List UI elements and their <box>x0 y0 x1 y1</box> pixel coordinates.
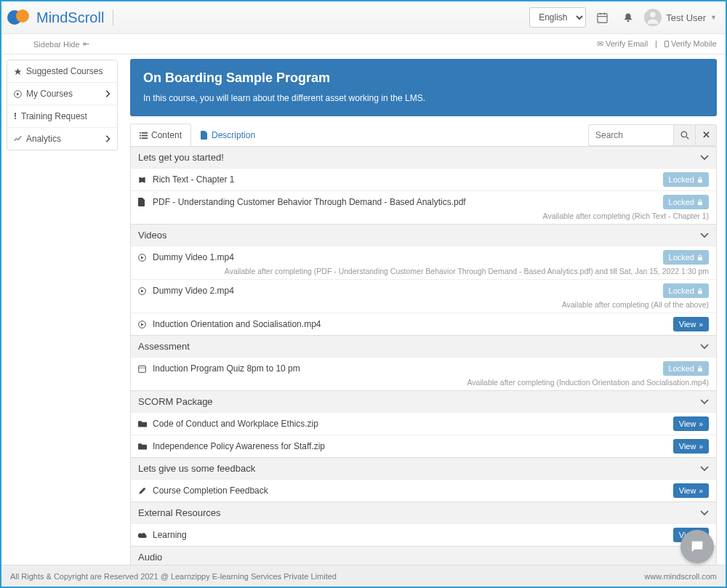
svg-rect-22 <box>139 366 146 372</box>
list-icon <box>140 132 148 140</box>
sidebar-icon <box>14 68 22 76</box>
section-title: Lets get you started! <box>138 152 224 163</box>
chevron-right-icon <box>105 90 111 97</box>
item-availability-note: Available after completing (All of the a… <box>138 300 709 309</box>
sidebar-label: Suggested Courses <box>26 66 103 76</box>
content-item: Rich Text - Chapter 1 Locked <box>131 168 716 190</box>
collapse-left-icon: ⇤ <box>83 39 89 49</box>
content-item: Independence Policy Awareness for Staff.… <box>131 435 716 457</box>
language-select[interactable]: English <box>529 7 586 28</box>
svg-rect-24 <box>698 368 702 371</box>
chevron-right-icon <box>105 135 111 142</box>
lock-icon <box>697 254 703 261</box>
verify-mobile-link[interactable]: Verify Mobile <box>664 39 717 49</box>
item-title: Course Completion Feedback <box>153 486 669 496</box>
chevron-down-icon <box>700 155 709 161</box>
section-title: Audio <box>138 552 162 563</box>
search-input[interactable] <box>588 124 673 146</box>
bell-icon[interactable] <box>618 6 638 29</box>
content-item: Induction Program Quiz 8pm to 10 pm Lock… <box>131 357 716 390</box>
section-title: External Resources <box>138 507 220 518</box>
item-title: Induction Orientation and Socialisation.… <box>153 319 669 329</box>
chevron-down-icon <box>700 399 709 405</box>
pencil-icon <box>138 487 148 495</box>
chat-fab[interactable] <box>680 530 714 563</box>
content-item: Dummy Video 1.mp4 Locked Available after… <box>131 246 716 279</box>
search-icon <box>680 131 689 140</box>
clear-search-button[interactable]: ✕ <box>695 124 717 146</box>
brand[interactable]: MindScroll <box>7 9 104 26</box>
item-availability-note: Available after completing (PDF - Unders… <box>138 267 709 275</box>
item-title: Independence Policy Awareness for Staff.… <box>153 441 669 451</box>
course-header: On Boarding Sample Program In this cours… <box>130 59 717 116</box>
main-content: On Boarding Sample Program In this cours… <box>123 55 726 565</box>
chevron-down-icon <box>700 344 709 350</box>
close-icon: ✕ <box>702 129 710 140</box>
book-icon <box>138 176 148 184</box>
sidebar-item[interactable]: Analytics <box>7 128 117 150</box>
section-title: Videos <box>138 230 167 241</box>
sidebar-item[interactable]: Suggested Courses <box>7 60 117 83</box>
sidebar-item[interactable]: ! Training Request <box>7 105 117 128</box>
svg-rect-0 <box>598 13 607 22</box>
user-menu[interactable]: Test User ▼ <box>644 9 717 26</box>
course-subtitle: In this course, you will learn about the… <box>143 93 704 103</box>
mail-icon: ✉ <box>597 39 603 48</box>
search-button[interactable] <box>673 124 695 146</box>
svg-point-13 <box>681 132 687 137</box>
svg-rect-12 <box>142 137 148 139</box>
svg-rect-10 <box>142 134 148 136</box>
item-title: PDF - Understanding Customer Behavior Th… <box>153 197 659 207</box>
section-header[interactable]: Lets get you started! <box>131 146 716 168</box>
content-item: Code of Conduct and Workplace Ethics.zip… <box>131 412 716 435</box>
view-button[interactable]: View » <box>673 317 709 331</box>
section-header[interactable]: External Resources <box>131 502 716 523</box>
verify-email-link[interactable]: ✉ Verify Email <box>597 39 648 49</box>
section-header[interactable]: Assessment <box>131 335 716 357</box>
item-title: Dummy Video 1.mp4 <box>153 252 659 262</box>
caret-down-icon: ▼ <box>710 14 717 21</box>
svg-point-5 <box>650 12 656 18</box>
user-name: Test User <box>666 12 706 23</box>
chevron-double-right-icon: » <box>699 420 703 428</box>
lock-icon <box>697 177 703 183</box>
svg-rect-16 <box>698 201 702 205</box>
sidebar-label: My Courses <box>26 89 73 99</box>
view-button[interactable]: View » <box>673 439 709 454</box>
lock-icon <box>697 199 703 206</box>
section-header[interactable]: Lets give us some feedback <box>131 457 716 479</box>
view-button[interactable]: View » <box>673 416 709 431</box>
chat-icon <box>689 539 705 555</box>
section-header[interactable]: Audio <box>131 546 716 565</box>
tab-description[interactable]: Description <box>191 124 265 146</box>
section-header[interactable]: SCORM Package <box>131 390 716 412</box>
footer-right[interactable]: www.mindscroll.com <box>644 572 717 581</box>
sidebar-toggle[interactable]: Sidebar Hide ⇤ <box>33 39 89 49</box>
sidebar-icon <box>14 90 22 98</box>
footer: All Rights & Copyright are Reserved 2021… <box>1 565 726 587</box>
calendar-icon[interactable] <box>592 6 612 29</box>
nav-divider <box>113 9 113 25</box>
section-header[interactable]: Videos <box>131 224 716 246</box>
sidebar: Suggested Courses My Courses ! Training … <box>1 55 123 565</box>
content-item: Course Completion Feedback View » <box>131 479 716 502</box>
tab-content[interactable]: Content <box>130 124 191 146</box>
content-item: PDF - Understanding Customer Behavior Th… <box>131 190 716 224</box>
item-title: Induction Program Quiz 8pm to 10 pm <box>153 363 659 374</box>
locked-button: Locked <box>663 283 709 298</box>
view-button[interactable]: View » <box>673 483 709 498</box>
item-title: Code of Conduct and Workplace Ethics.zip <box>153 419 669 429</box>
sidebar-item[interactable]: My Courses <box>7 83 117 105</box>
content-item: Dummy Video 2.mp4 Locked Available after… <box>131 279 716 313</box>
sub-toolbar: Sidebar Hide ⇤ ✉ Verify Email | Verify M… <box>1 34 726 55</box>
item-availability-note: Available after completing (Induction Or… <box>138 378 709 387</box>
course-accordion: Lets get you started! Rich Text - Chapte… <box>130 146 717 565</box>
chevron-double-right-icon: » <box>699 487 703 495</box>
folder-icon <box>138 420 148 427</box>
item-title: Rich Text - Chapter 1 <box>153 174 659 185</box>
file-icon <box>201 131 208 140</box>
item-title: Learning <box>153 530 669 540</box>
file-icon <box>138 198 148 206</box>
section-title: Assessment <box>138 341 190 352</box>
avatar-icon <box>644 9 662 26</box>
